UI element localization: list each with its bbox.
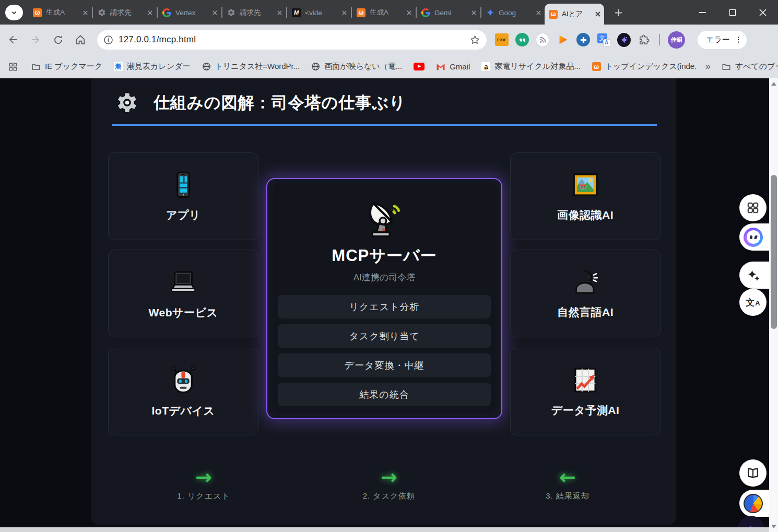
tab-6[interactable]: ω 生成A bbox=[352, 4, 415, 21]
close-icon[interactable] bbox=[595, 11, 601, 17]
profile-avatar[interactable]: 佳昭 bbox=[668, 31, 685, 49]
url-text[interactable]: 127.0.0.1/mcp.html bbox=[119, 34, 469, 45]
grid-icon bbox=[746, 201, 760, 215]
quote-extension-button[interactable] bbox=[515, 33, 529, 46]
source-card-iot[interactable]: IoTデバイス bbox=[108, 348, 258, 435]
source-card-app[interactable]: アプリ bbox=[108, 152, 258, 240]
speaking-head-icon bbox=[571, 267, 600, 297]
ai-card-language[interactable]: 自然言語AI bbox=[510, 250, 661, 337]
bookmarks-bar: IE ブックマーク 潮 潮見表カレンダー トリニタス社=WordPr... 画面… bbox=[0, 55, 778, 78]
scrollbar-thumb[interactable] bbox=[771, 175, 777, 329]
url-bar[interactable]: 127.0.0.1/mcp.html bbox=[97, 30, 487, 50]
close-icon[interactable] bbox=[212, 10, 218, 16]
server-function-item[interactable]: 結果の統合 bbox=[278, 383, 491, 406]
scroll-down-arrow[interactable] bbox=[771, 525, 776, 528]
bookmark-youtube[interactable] bbox=[414, 63, 425, 70]
tab-7[interactable]: Gemi bbox=[417, 4, 480, 21]
horizontal-scrollbar[interactable] bbox=[0, 527, 769, 532]
scroll-up-arrow[interactable] bbox=[771, 82, 776, 86]
shio-favicon: 潮 bbox=[114, 62, 123, 71]
kebab-menu-icon[interactable] bbox=[734, 36, 742, 44]
tab-list: ω 生成A 請求先 Vertex 請求先 M <vide bbox=[29, 0, 604, 25]
new-tab-button[interactable] bbox=[610, 5, 626, 20]
extensions-menu-button[interactable] bbox=[638, 33, 651, 46]
globe-icon bbox=[202, 62, 211, 71]
cross-icon bbox=[576, 33, 590, 46]
tab-8[interactable]: Goog bbox=[482, 4, 545, 21]
ai-card-forecast[interactable]: データ予測AI bbox=[510, 348, 661, 435]
play-extension-button[interactable] bbox=[556, 33, 570, 46]
vertical-scrollbar[interactable] bbox=[769, 78, 778, 532]
sidebar-translate-button[interactable]: 文A bbox=[739, 289, 767, 316]
tab-separator bbox=[286, 7, 287, 18]
tab-separator bbox=[416, 7, 417, 18]
server-function-item[interactable]: タスク割り当て bbox=[278, 324, 491, 348]
maximize-button[interactable] bbox=[717, 0, 748, 25]
mcp-server-card[interactable]: MCPサーバー AI連携の司令塔 リクエスト分析 タスク割り当て データ変換・中… bbox=[266, 178, 502, 419]
bookmark-kaden[interactable]: a 家電リサイクル対象品... bbox=[481, 62, 580, 72]
minimize-button[interactable] bbox=[687, 0, 717, 25]
tab-active[interactable]: ω AIとア bbox=[545, 4, 604, 25]
close-icon[interactable] bbox=[406, 10, 412, 16]
forward-button[interactable] bbox=[26, 30, 45, 49]
card-label: Webサービス bbox=[149, 305, 218, 320]
tab-title: Goog bbox=[499, 9, 534, 17]
card-label: 自然言語AI bbox=[557, 305, 614, 320]
bookmark-gmail[interactable]: Gmail bbox=[436, 62, 470, 71]
rss-icon bbox=[536, 33, 549, 47]
close-icon[interactable] bbox=[82, 10, 88, 16]
close-icon[interactable] bbox=[147, 10, 153, 16]
close-window-button[interactable] bbox=[748, 0, 778, 25]
exif-icon: EXIF bbox=[495, 33, 509, 46]
reader-button[interactable] bbox=[739, 459, 767, 487]
bookmark-top-index[interactable]: ω トップインデックス(inde... bbox=[592, 62, 697, 72]
server-title: MCPサーバー bbox=[332, 245, 437, 267]
tab-2[interactable]: 請求先 bbox=[93, 4, 156, 21]
site-info-icon[interactable] bbox=[103, 35, 113, 45]
translate-extension-button[interactable]: 文 A bbox=[597, 33, 610, 46]
bookmark-gamen[interactable]: 画面が映らない（電... bbox=[311, 62, 402, 72]
tab-4[interactable]: 請求先 bbox=[223, 4, 286, 21]
exif-extension-button[interactable]: EXIF bbox=[495, 33, 509, 46]
tab-separator bbox=[480, 7, 481, 18]
back-button[interactable] bbox=[4, 30, 22, 49]
star-extension-button[interactable] bbox=[617, 33, 631, 46]
sidebar-grid-button[interactable] bbox=[739, 194, 767, 221]
tab-separator bbox=[221, 7, 222, 18]
tab-separator bbox=[92, 7, 93, 18]
gear-icon bbox=[115, 91, 139, 114]
bookmark-trinitas[interactable]: トリニタス社=WordPr... bbox=[202, 62, 300, 72]
home-button[interactable] bbox=[71, 30, 90, 49]
apps-grid-button[interactable] bbox=[8, 62, 18, 72]
tab-5[interactable]: M <vide bbox=[288, 4, 350, 21]
tab-1[interactable]: ω 生成A bbox=[29, 4, 91, 21]
brain-logo-icon bbox=[744, 494, 763, 513]
bookmark-all-folder[interactable]: すべてのブックマーク bbox=[722, 62, 778, 72]
tab-search-button[interactable] bbox=[5, 5, 23, 20]
server-function-item[interactable]: データ変換・中継 bbox=[278, 353, 491, 377]
error-menu-button[interactable]: エラー bbox=[698, 31, 747, 49]
google-translate-icon: 文 A bbox=[597, 33, 610, 46]
tab-title: Gemi bbox=[434, 9, 469, 17]
robot-icon bbox=[168, 365, 198, 395]
tab-3[interactable]: Vertex bbox=[158, 4, 221, 21]
server-function-item[interactable]: リクエスト分析 bbox=[278, 295, 491, 318]
bookmark-shio[interactable]: 潮 潮見表カレンダー bbox=[114, 62, 190, 72]
bookmarks-overflow-button[interactable]: » bbox=[705, 61, 711, 72]
forward-icon bbox=[30, 34, 41, 45]
error-label: エラー bbox=[706, 35, 730, 45]
close-icon[interactable] bbox=[341, 10, 347, 16]
source-card-web[interactable]: Webサービス bbox=[108, 250, 258, 337]
browser-toolbar: 127.0.0.1/mcp.html EXIF 文 A 佳昭 エラー bbox=[0, 25, 778, 55]
close-icon[interactable] bbox=[536, 10, 541, 16]
legend-label: 3. 結果返却 bbox=[510, 491, 625, 501]
ai-card-image[interactable]: 画像認識AI bbox=[510, 152, 661, 240]
bookmark-ie-folder[interactable]: IE ブックマーク bbox=[31, 62, 102, 72]
cross-extension-button[interactable] bbox=[576, 33, 590, 46]
server-function-list: リクエスト分析 タスク割り当て データ変換・中継 結果の統合 bbox=[278, 295, 491, 406]
rss-extension-button[interactable] bbox=[536, 33, 549, 46]
close-icon[interactable] bbox=[277, 10, 282, 16]
bookmark-star-icon[interactable] bbox=[469, 34, 480, 45]
reload-button[interactable] bbox=[49, 30, 67, 49]
close-icon[interactable] bbox=[471, 10, 477, 16]
